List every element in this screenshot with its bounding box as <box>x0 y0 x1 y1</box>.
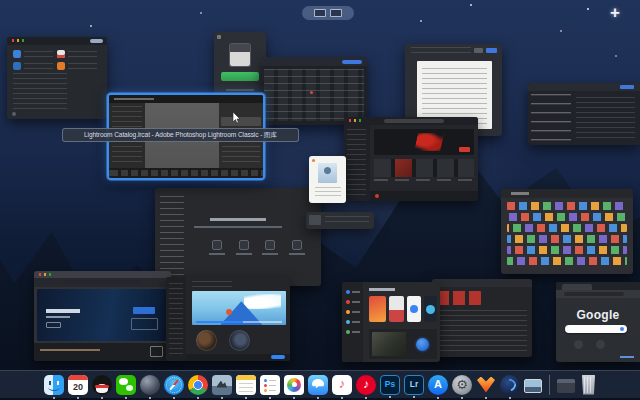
status-dot <box>12 112 16 116</box>
album-captions <box>374 179 474 185</box>
dock-app-store[interactable] <box>428 375 448 395</box>
round-thumbnails <box>196 330 276 352</box>
dock-separator <box>549 375 550 395</box>
dock-chrome[interactable] <box>188 375 208 395</box>
quick-action <box>260 240 280 266</box>
dock-safari[interactable] <box>164 375 184 395</box>
grayscale-image <box>372 332 406 356</box>
dock-trash[interactable] <box>581 375 596 395</box>
card-white-blue <box>407 296 421 322</box>
window-apps-grid[interactable] <box>501 189 633 274</box>
traffic-light-buttons <box>348 119 362 122</box>
footer-link-line <box>620 356 634 358</box>
window-file-manager[interactable] <box>7 37 107 119</box>
google-logo: Google <box>556 308 640 322</box>
blue-action-pill <box>271 355 285 359</box>
running-indicator <box>437 397 439 399</box>
dock-dark-globe-app[interactable] <box>140 375 160 395</box>
window-movie-site[interactable] <box>34 271 171 361</box>
sidebar-links <box>160 196 194 278</box>
sidebar-label-line <box>352 321 360 323</box>
window-red-covers[interactable] <box>432 279 532 357</box>
white-red-app-icon <box>57 50 65 58</box>
window-welcome-screen[interactable] <box>155 188 321 286</box>
table-rows <box>264 69 364 121</box>
player-bar <box>370 191 478 201</box>
shortcut-circle <box>596 340 605 349</box>
window-installer-dialog[interactable] <box>214 32 266 96</box>
dock-notes[interactable] <box>236 375 256 395</box>
list-item <box>13 50 53 60</box>
add-desktop-button[interactable]: + <box>604 2 626 24</box>
sidebar-items <box>169 283 183 355</box>
action-caption <box>236 253 252 255</box>
quick-action <box>287 240 307 266</box>
window-white-card[interactable] <box>309 156 346 203</box>
spaces-indicator[interactable] <box>302 6 354 20</box>
dock-reminders[interactable] <box>260 375 280 395</box>
dock-preview-photo[interactable] <box>212 375 232 395</box>
window-video-site[interactable] <box>166 277 290 361</box>
dock-wechat[interactable] <box>116 375 136 395</box>
dock-apple-music[interactable] <box>332 375 352 395</box>
red-calligraphy-art <box>414 133 444 151</box>
window-music-app[interactable] <box>344 117 478 201</box>
sidebar-label-line <box>352 301 360 303</box>
dock-calendar[interactable]: 20 <box>68 375 88 395</box>
secondary-button <box>474 48 483 53</box>
video-heading-lines <box>192 281 232 289</box>
row-thumbnail <box>309 215 321 225</box>
window-titlebar <box>432 279 532 287</box>
dock-lightroom[interactable]: Lr <box>404 375 424 395</box>
window-mail-list[interactable] <box>528 83 640 145</box>
dock-photos[interactable] <box>284 375 304 395</box>
blue-circle-button <box>416 338 429 351</box>
dock-system-preferences[interactable] <box>452 375 472 395</box>
sidebar <box>344 125 370 201</box>
running-indicator <box>485 397 487 399</box>
window-mini-list[interactable] <box>306 212 374 229</box>
window-table-list[interactable] <box>261 57 367 125</box>
browser-titlebar <box>34 271 171 278</box>
dock-netease-music[interactable] <box>356 375 376 395</box>
row-text-lines <box>325 216 369 226</box>
card-handwriting-lines <box>315 187 341 199</box>
action-caption <box>289 253 305 255</box>
running-indicator <box>197 397 199 399</box>
card-red-gradient <box>369 296 386 322</box>
window-app-store[interactable] <box>342 282 440 362</box>
running-indicator <box>317 397 319 399</box>
titlebar-text-line <box>114 98 154 100</box>
window-title-tooltip: Lightroom Catalog.lrcat - Adobe Photosho… <box>62 128 299 142</box>
dock-messages[interactable] <box>308 375 328 395</box>
sidebar-icon <box>346 320 350 324</box>
progress-fill <box>196 321 244 323</box>
card-dark-blue <box>424 296 437 322</box>
action-icon <box>265 240 275 250</box>
dialog-subtext <box>226 89 254 91</box>
item-text-lines <box>68 51 97 58</box>
dock-fox-app[interactable] <box>476 375 496 395</box>
window-chrome-google[interactable]: Google <box>556 282 640 362</box>
welcome-title <box>210 218 266 221</box>
app-icon-grid <box>507 202 627 269</box>
icon-row <box>507 257 627 265</box>
dock-finder[interactable] <box>44 375 64 395</box>
dock-qq[interactable] <box>92 375 112 395</box>
album-thumbnails-row <box>374 159 474 177</box>
sidebar-icon <box>346 290 350 294</box>
dock-screenshot-preview[interactable] <box>524 379 542 393</box>
card-orange-dot <box>312 159 315 162</box>
blue-app-icon <box>13 50 21 58</box>
running-indicator <box>341 397 343 399</box>
grid-title-text <box>511 192 529 195</box>
dock-photoshop[interactable]: Ps <box>380 375 400 395</box>
lightroom-label: Lr <box>405 379 423 389</box>
feature-cards <box>369 296 437 322</box>
action-caption <box>209 253 225 255</box>
icon-row <box>507 213 627 221</box>
action-icon <box>239 240 249 250</box>
message-body-text <box>576 97 635 140</box>
dock-blue-swirl-app[interactable] <box>500 375 520 395</box>
dock-minimized-window[interactable] <box>557 379 575 393</box>
